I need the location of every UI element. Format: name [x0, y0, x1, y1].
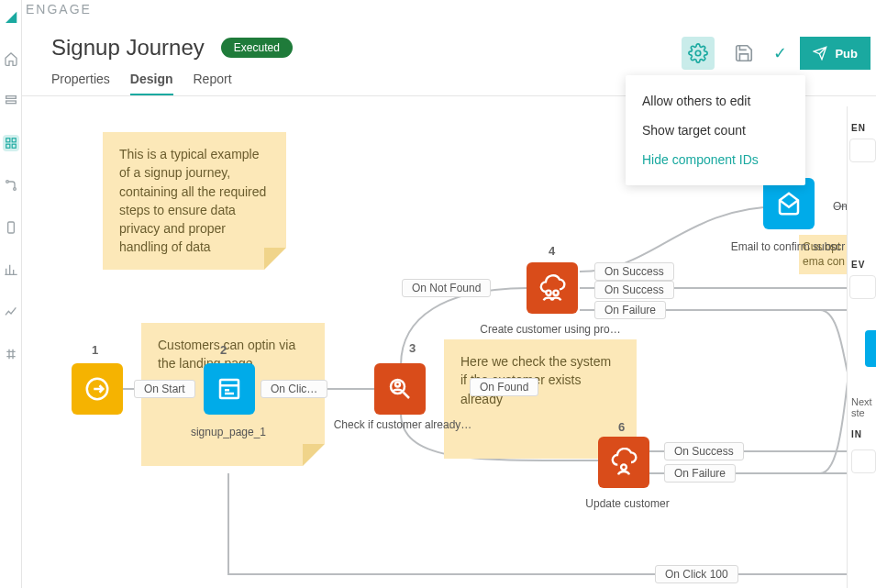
- svg-point-14: [546, 291, 550, 295]
- webpage-icon: [216, 375, 243, 403]
- edge-4-failure: On Failure: [594, 301, 666, 319]
- edge-on-found: On Found: [470, 378, 538, 396]
- svg-point-16: [621, 464, 627, 470]
- rp-heading-en: EN: [848, 117, 876, 133]
- svg-rect-2: [6, 139, 9, 142]
- rp-box-3[interactable]: [851, 449, 876, 473]
- node-6-update[interactable]: [598, 437, 649, 488]
- edge-on-not-found: On Not Found: [402, 279, 491, 297]
- menu-allow-edit[interactable]: Allow others to edit: [626, 86, 805, 116]
- svg-point-6: [6, 181, 8, 183]
- start-circle-icon: [83, 375, 111, 403]
- rp-box-2[interactable]: [849, 275, 876, 299]
- tab-design[interactable]: Design: [130, 72, 173, 96]
- confirm-check-icon[interactable]: ✓: [773, 43, 787, 63]
- svg-rect-1: [6, 101, 16, 104]
- envelope-open-icon: [775, 190, 803, 217]
- menu-show-target[interactable]: Show target count: [626, 116, 805, 145]
- menu-hide-ids[interactable]: Hide component IDs: [626, 145, 805, 174]
- rail-hash-icon[interactable]: [3, 346, 19, 362]
- svg-point-15: [553, 291, 558, 295]
- node-2-page[interactable]: [204, 363, 255, 415]
- brand-logo-icon: ◢: [6, 7, 17, 25]
- edge-6-failure: On Failure: [664, 464, 736, 483]
- tab-properties[interactable]: Properties: [51, 72, 110, 96]
- svg-rect-5: [12, 144, 16, 148]
- left-nav-rail: ◢: [0, 0, 22, 588]
- edge-6-success: On Success: [664, 442, 744, 460]
- paper-plane-icon: [813, 46, 827, 61]
- save-icon: [734, 43, 754, 63]
- svg-rect-0: [6, 96, 16, 99]
- rail-home-icon[interactable]: [3, 50, 19, 67]
- rail-chart-icon[interactable]: [3, 261, 19, 278]
- cloud-users-icon: [538, 273, 567, 303]
- rp-next-step: Next ste: [848, 396, 876, 418]
- status-badge: Executed: [221, 38, 293, 58]
- node-5-label: Email to confirm subscr: [719, 240, 847, 253]
- sticky-intro-text: This is a typical example of a signup jo…: [119, 147, 266, 254]
- rail-list-icon[interactable]: [3, 93, 19, 109]
- rail-spark-icon[interactable]: [3, 304, 19, 320]
- publish-label: Pub: [835, 47, 858, 61]
- node-2-label: signup_page_1: [178, 426, 279, 438]
- tab-report[interactable]: Report: [194, 72, 232, 96]
- rp-heading-in: IN: [848, 424, 862, 439]
- node-2-number: 2: [220, 343, 227, 357]
- node-6-number: 6: [618, 420, 625, 434]
- svg-point-13: [395, 383, 400, 387]
- node-5-email[interactable]: [763, 178, 815, 229]
- cloud-user-icon: [609, 448, 638, 477]
- svg-rect-3: [12, 139, 16, 142]
- page-title: Signup Journey: [51, 35, 205, 61]
- edge-on-click-100: On Click 100: [655, 565, 738, 583]
- settings-gear-button[interactable]: [682, 37, 715, 70]
- node-3-check[interactable]: [374, 363, 426, 415]
- rp-box-1[interactable]: [849, 139, 876, 162]
- gear-icon: [688, 43, 708, 63]
- node-4-number: 4: [549, 244, 555, 258]
- app-brand-text: ENGAGE: [26, 2, 92, 17]
- rail-device-icon[interactable]: [3, 219, 19, 236]
- sticky-note-intro[interactable]: This is a typical example of a signup jo…: [103, 132, 286, 270]
- rail-path-icon[interactable]: [3, 177, 19, 194]
- edge-5-on: On: [824, 198, 847, 215]
- search-user-icon: [386, 375, 414, 403]
- top-brand-bar: ENGAGE: [22, 0, 876, 18]
- edge-4-success-1: On Success: [594, 262, 674, 281]
- edge-on-start: On Start: [134, 380, 195, 398]
- edge-on-click: On Clic…: [261, 380, 327, 398]
- node-6-label: Update customer: [572, 497, 682, 510]
- right-side-panel: EN EV Next ste IN: [847, 106, 876, 588]
- rp-blue-accent: [865, 330, 876, 367]
- node-4-label: Create customer using pro…: [459, 323, 642, 336]
- edge-4-success-2: On Success: [594, 281, 674, 299]
- svg-point-7: [13, 188, 16, 191]
- node-1-number: 1: [92, 343, 98, 357]
- node-4-create[interactable]: [527, 262, 578, 314]
- rp-heading-ev: EV: [848, 254, 876, 270]
- save-button[interactable]: [727, 37, 760, 70]
- settings-menu-popover: Allow others to edit Show target count H…: [626, 75, 805, 185]
- header-actions: ✓ Pub: [682, 37, 876, 70]
- node-3-label: Check if customer already…: [325, 418, 481, 431]
- svg-rect-8: [7, 222, 14, 233]
- svg-point-9: [696, 50, 702, 56]
- node-1-start[interactable]: [72, 363, 123, 415]
- svg-rect-4: [6, 144, 9, 148]
- node-3-number: 3: [409, 341, 416, 355]
- publish-button[interactable]: Pub: [800, 37, 870, 70]
- tab-bar: Properties Design Report: [51, 72, 232, 96]
- rail-grid-icon[interactable]: [3, 135, 19, 151]
